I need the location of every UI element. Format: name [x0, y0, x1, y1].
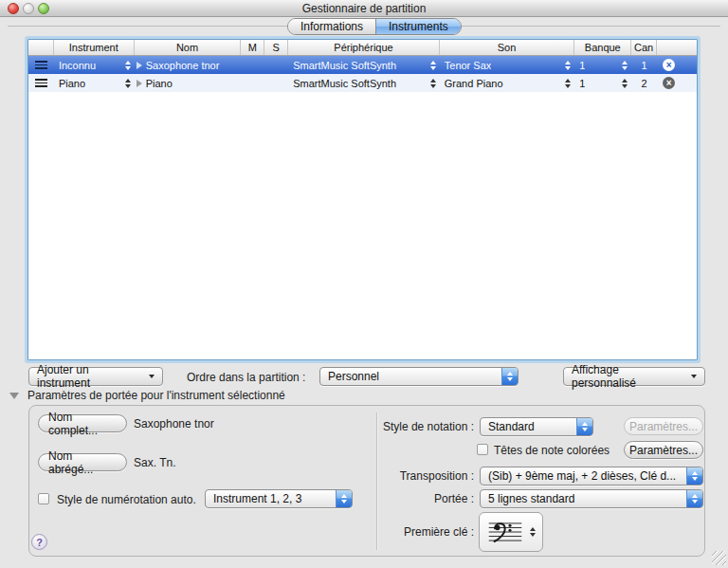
drag-handle-icon[interactable] [35, 79, 47, 87]
transposition-label: Transposition : [360, 469, 474, 483]
column-header-delete[interactable] [657, 40, 697, 55]
noteheads-params-button[interactable]: Paramètres... [624, 441, 703, 459]
notation-style-popup[interactable]: Standard [480, 417, 593, 436]
table-row[interactable]: Piano Piano SmartMusic SoftSynth Grand P… [28, 74, 697, 92]
score-manager-window: Gestionnaire de partition Informations I… [0, 0, 728, 568]
mute-cell[interactable] [241, 56, 264, 74]
disclosure-triangle-icon[interactable] [136, 62, 142, 69]
son-cell[interactable]: Grand Piano [440, 78, 503, 89]
short-name-value: Sax. Tn. [134, 456, 175, 469]
full-name-button[interactable]: Nom complet... [38, 414, 127, 432]
order-label: Ordre dans la partition : [187, 371, 305, 384]
custom-view-button[interactable]: Affichage personnalisé [563, 367, 705, 386]
popup-stepper-icon [686, 467, 702, 485]
delete-row-icon[interactable]: × [663, 77, 675, 89]
delete-row-icon[interactable]: × [663, 59, 675, 71]
drag-handle-icon[interactable] [35, 61, 47, 69]
can-cell[interactable]: 1 [631, 60, 657, 71]
column-header-handle[interactable] [28, 40, 54, 55]
staff-popup[interactable]: 5 lignes standard [480, 489, 703, 508]
full-name-value: Saxophone tnor [134, 417, 214, 431]
disclosure-down-icon [9, 393, 19, 399]
popup-stepper-icon [686, 490, 702, 507]
banque-stepper-icon[interactable] [622, 79, 628, 88]
staff-label: Portée : [379, 492, 474, 505]
column-header-can[interactable]: Can [631, 40, 657, 55]
colored-noteheads-checkbox[interactable] [477, 444, 488, 455]
add-instrument-button[interactable]: Ajouter un instrument [28, 367, 163, 386]
banque-cell[interactable]: 1 [574, 60, 585, 71]
disclosure-triangle-icon[interactable] [136, 80, 142, 87]
dropdown-arrow-icon [691, 375, 697, 378]
notation-params-button: Paramètres... [624, 417, 703, 435]
dropdown-arrow-icon [149, 375, 155, 378]
auto-numbering-popup[interactable]: Instrument 1, 2, 3 [205, 489, 353, 508]
nom-cell[interactable]: Saxophone tnor [146, 60, 220, 71]
tab-group: Informations Instruments [287, 18, 462, 35]
column-header-m[interactable]: M [241, 40, 264, 55]
son-cell[interactable]: Tenor Sax [440, 60, 492, 71]
first-clef-button[interactable] [479, 512, 543, 552]
son-stepper-icon[interactable] [565, 61, 571, 70]
column-header-s[interactable]: S [264, 40, 288, 55]
column-header-son[interactable]: Son [440, 40, 575, 55]
banque-cell[interactable]: 1 [574, 78, 585, 89]
window-title: Gestionnaire de partition [0, 2, 728, 15]
clef-stepper-icon[interactable] [530, 527, 536, 537]
notation-style-label: Style de notation : [374, 420, 474, 433]
auto-numbering-checkbox[interactable] [38, 493, 49, 504]
first-clef-label: Première clé : [379, 525, 474, 539]
peripherique-cell[interactable]: SmartMusic SoftSynth [288, 78, 396, 89]
instrument-stepper-icon[interactable] [125, 79, 131, 88]
popup-stepper-icon [336, 490, 352, 507]
column-header-instrument[interactable]: Instrument [54, 40, 135, 55]
title-bar: Gestionnaire de partition [0, 0, 728, 17]
table-header: Instrument Nom M S Périphérique Son Banq… [28, 40, 697, 56]
instrument-stepper-icon[interactable] [125, 61, 131, 70]
help-button[interactable]: ? [31, 534, 47, 550]
bass-clef-icon [486, 519, 524, 545]
nom-cell[interactable]: Piano [146, 78, 173, 89]
tab-instruments[interactable]: Instruments [375, 19, 461, 34]
colored-noteheads-label: Têtes de note colorées [494, 444, 610, 457]
solo-cell[interactable] [264, 56, 288, 74]
popup-stepper-icon [576, 418, 592, 435]
peripherique-stepper-icon[interactable] [430, 61, 436, 70]
order-popup[interactable]: Personnel [319, 367, 519, 386]
table-row[interactable]: Inconnu Saxophone tnor SmartMusic SoftSy… [28, 56, 697, 74]
instrument-cell[interactable]: Piano [54, 78, 85, 89]
peripherique-cell[interactable]: SmartMusic SoftSynth [288, 60, 396, 71]
tab-informations[interactable]: Informations [288, 19, 375, 34]
column-header-nom[interactable]: Nom [135, 40, 242, 55]
column-header-banque[interactable]: Banque [574, 40, 631, 55]
short-name-button[interactable]: Nom abrégé... [38, 453, 127, 471]
popup-stepper-icon [501, 368, 518, 385]
resize-grip[interactable] [712, 551, 726, 565]
transposition-popup[interactable]: (Sib) + 9ème maj, + 2 dièses, Clé d... [480, 467, 703, 486]
son-stepper-icon[interactable] [565, 79, 571, 88]
auto-numbering-label: Style de numérotation auto. [57, 493, 196, 506]
mute-cell[interactable] [241, 74, 264, 92]
banque-stepper-icon[interactable] [622, 61, 628, 70]
can-cell[interactable]: 2 [631, 78, 657, 89]
column-header-peripherique[interactable]: Périphérique [288, 40, 440, 55]
solo-cell[interactable] [264, 74, 288, 92]
section-title: Paramètres de portée pour l'instrument s… [27, 389, 285, 402]
instrument-table: Instrument Nom M S Périphérique Son Banq… [27, 39, 698, 360]
staff-settings-section-header[interactable]: Paramètres de portée pour l'instrument s… [9, 389, 285, 402]
instrument-cell[interactable]: Inconnu [54, 60, 96, 71]
peripherique-stepper-icon[interactable] [430, 79, 436, 88]
